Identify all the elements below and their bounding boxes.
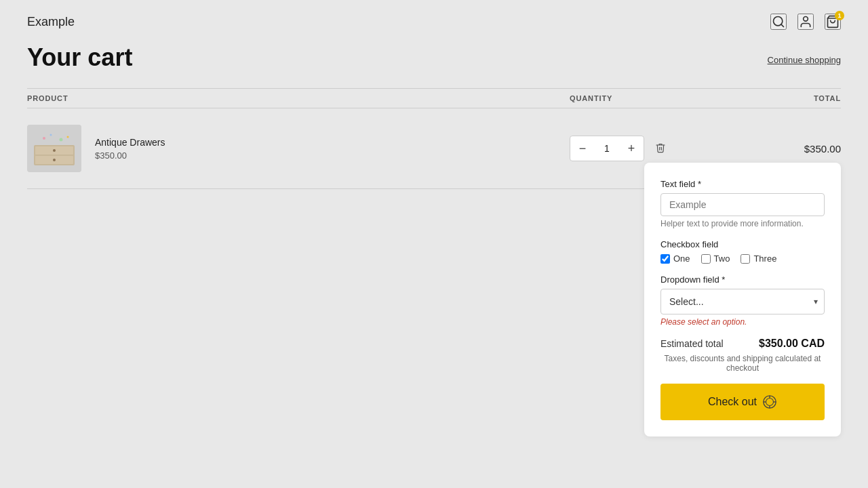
product-col-label: PRODUCT <box>27 94 570 102</box>
product-image <box>27 125 81 172</box>
estimated-total-label: Estimated total <box>660 338 724 349</box>
line-total: $350.00 <box>705 143 841 155</box>
header-icons: 1 <box>770 14 841 30</box>
quantity-control: − 1 + <box>570 136 644 161</box>
svg-point-11 <box>50 134 52 136</box>
checkbox-one[interactable]: One <box>660 253 690 264</box>
header: Example 1 <box>27 0 841 37</box>
order-panel: Text field * Helper text to provide more… <box>644 163 841 436</box>
svg-point-8 <box>53 149 56 152</box>
svg-point-12 <box>60 138 63 142</box>
checkbox-three-label: Three <box>753 253 776 264</box>
total-col-label: TOTAL <box>705 94 841 102</box>
cart-badge: 1 <box>835 11 844 20</box>
checkbox-two-input[interactable] <box>701 254 711 264</box>
checkbox-one-input[interactable] <box>660 254 670 264</box>
svg-point-13 <box>67 136 69 138</box>
product-cell: Antique Drawers $350.00 <box>27 125 570 172</box>
dropdown-error-message: Please select an option. <box>660 317 825 327</box>
quantity-value: 1 <box>595 143 619 154</box>
checkout-label: Check out <box>708 396 757 408</box>
svg-point-10 <box>43 137 45 140</box>
page-title: Your cart <box>27 43 132 72</box>
dropdown-select[interactable]: Select... Option 1 Option 2 Option 3 <box>660 289 825 314</box>
dropdown-field-label: Dropdown field * <box>660 274 825 285</box>
checkbox-two[interactable]: Two <box>701 253 730 264</box>
checkbox-group: One Two Three <box>660 253 825 264</box>
svg-point-2 <box>804 17 808 22</box>
quantity-cell: − 1 + <box>570 136 705 161</box>
checkbox-three-input[interactable] <box>741 254 750 264</box>
checkbox-three[interactable]: Three <box>741 253 776 264</box>
svg-point-9 <box>53 159 56 161</box>
dropdown-field-group: Dropdown field * Select... Option 1 Opti… <box>660 274 825 327</box>
quantity-increase-button[interactable]: + <box>619 136 644 161</box>
checkbox-field-label: Checkbox field <box>660 239 825 249</box>
continue-shopping-link[interactable]: Continue shopping <box>768 55 841 65</box>
cart-button[interactable]: 1 <box>825 14 841 30</box>
account-button[interactable] <box>797 14 814 30</box>
product-price: $350.00 <box>95 150 165 161</box>
search-button[interactable] <box>770 14 787 30</box>
cursor-icon <box>762 394 777 409</box>
delete-item-button[interactable] <box>652 140 669 158</box>
svg-line-1 <box>781 24 784 27</box>
estimated-total-value: $350.00 CAD <box>759 338 825 350</box>
product-name: Antique Drawers <box>95 137 165 148</box>
quantity-col-label: QUANTITY <box>570 94 705 102</box>
quantity-decrease-button[interactable]: − <box>570 136 595 161</box>
checkbox-one-label: One <box>673 253 690 264</box>
text-field-input[interactable] <box>660 193 825 216</box>
taxes-note: Taxes, discounts and shipping calculated… <box>660 354 825 373</box>
brand-name: Example <box>27 15 75 29</box>
page-title-row: Your cart Continue shopping <box>27 37 841 88</box>
dropdown-wrapper: Select... Option 1 Option 2 Option 3 ▾ <box>660 289 825 314</box>
cart-table-header: PRODUCT QUANTITY TOTAL <box>27 88 841 108</box>
text-field-helper: Helper text to provide more information. <box>660 219 825 228</box>
product-info: Antique Drawers $350.00 <box>95 137 165 161</box>
checkbox-two-label: Two <box>714 253 730 264</box>
estimated-total-row: Estimated total $350.00 CAD <box>660 338 825 350</box>
svg-point-15 <box>766 399 774 406</box>
checkbox-field-group: Checkbox field One Two Three <box>660 239 825 264</box>
text-field-group: Text field * Helper text to provide more… <box>660 179 825 228</box>
main-content: Antique Drawers $350.00 − 1 + $350.00 <box>27 108 841 189</box>
text-field-label: Text field * <box>660 179 825 189</box>
checkout-button[interactable]: Check out <box>660 384 825 420</box>
